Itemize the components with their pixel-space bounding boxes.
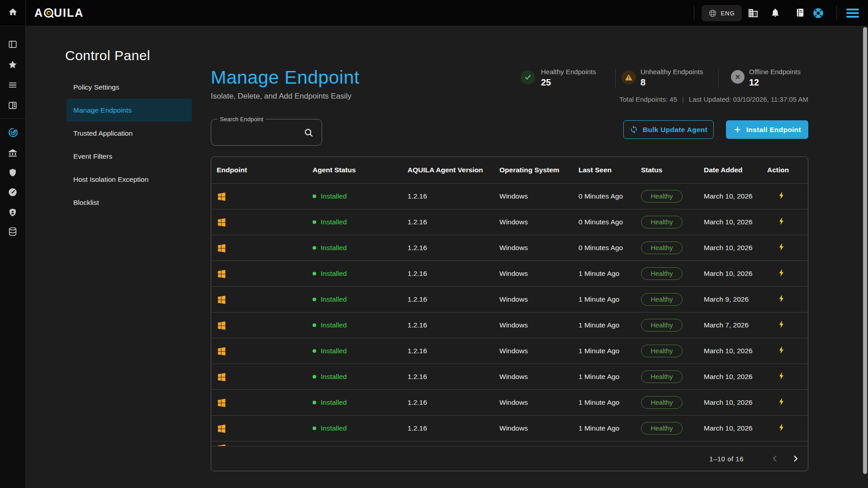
scrollbar-thumb[interactable] xyxy=(863,27,867,474)
brand-q-icon xyxy=(44,8,53,18)
agent-version: 1.2.16 xyxy=(402,183,494,209)
bank-icon[interactable] xyxy=(8,147,18,157)
operating-system: Windows xyxy=(494,235,573,261)
col-action: Action xyxy=(762,157,808,183)
installed-dot-icon xyxy=(313,298,316,301)
operating-system: Windows xyxy=(494,261,573,286)
date-added: March 10, 2026 xyxy=(698,235,762,261)
control-panel-menu-item[interactable]: Blocklist xyxy=(66,191,192,214)
date-added: March 7, 2026 xyxy=(698,312,762,338)
status-badge: Healthy xyxy=(641,370,683,383)
agent-status: Installed xyxy=(321,398,347,406)
endpoints-table: Endpoint Agent Status AQUILA Agent Versi… xyxy=(211,156,808,471)
lightning-action-icon[interactable] xyxy=(777,242,786,253)
last-seen: 1 Minute Ago xyxy=(573,286,636,312)
bell-icon[interactable] xyxy=(770,8,781,19)
lightning-action-icon[interactable] xyxy=(777,371,786,382)
x-circle-icon xyxy=(731,70,745,84)
windows-icon xyxy=(217,423,307,433)
home-button[interactable] xyxy=(0,0,26,26)
windows-icon xyxy=(217,243,307,253)
lightning-action-icon[interactable] xyxy=(777,397,786,408)
lightning-action-icon[interactable] xyxy=(777,217,786,227)
lightning-action-icon[interactable] xyxy=(777,320,786,331)
windows-icon xyxy=(217,398,307,407)
layout-icon[interactable] xyxy=(8,100,18,110)
date-added: March 10, 2026 xyxy=(698,415,762,441)
status-badge: Healthy xyxy=(641,345,683,357)
agent-status: Installed xyxy=(321,424,347,432)
control-panel-menu-item[interactable]: Manage Endpoints xyxy=(66,99,192,122)
control-panel-menu-item[interactable]: Policy Settings xyxy=(66,76,192,99)
language-selector[interactable]: ENG xyxy=(702,5,742,21)
lightning-action-icon[interactable] xyxy=(777,346,786,356)
list-icon[interactable] xyxy=(8,80,18,90)
col-agent-status: Agent Status xyxy=(307,157,402,183)
control-panel-menu-item[interactable]: Event Filters xyxy=(66,145,192,168)
search-icon[interactable] xyxy=(304,128,314,138)
star-icon[interactable] xyxy=(8,60,18,70)
book-icon[interactable] xyxy=(795,8,806,19)
operating-system: Windows xyxy=(494,338,573,364)
previous-page-icon[interactable] xyxy=(769,453,781,464)
brand-logo[interactable]: AUILA xyxy=(34,0,84,26)
bulk-update-agent-button[interactable]: Bulk Update Agent xyxy=(623,120,714,139)
icon-sidebar xyxy=(0,26,26,488)
windows-icon xyxy=(217,294,307,304)
menu-icon[interactable] xyxy=(846,9,859,18)
table-row[interactable]: Installed 1.2.16 Windows 1 Minute Ago He… xyxy=(211,364,808,389)
operating-system: Windows xyxy=(494,389,573,415)
table-row[interactable]: Installed 1.2.16 Windows 0 Minutes Ago H… xyxy=(211,183,808,209)
radar-icon[interactable] xyxy=(8,127,18,137)
table-row[interactable]: Installed 1.2.16 Windows 1 Minute Ago He… xyxy=(211,312,808,338)
col-agent-version: AQUILA Agent Version xyxy=(402,157,494,183)
control-panel-menu-item[interactable]: Host Isolation Exception xyxy=(66,168,192,191)
next-page-icon[interactable] xyxy=(790,453,802,464)
table-row[interactable]: Installed 1.2.16 Windows 0 Minutes Ago H… xyxy=(211,235,808,261)
table-row[interactable]: Installed 1.2.16 Windows 1 Minute Ago He… xyxy=(211,389,808,415)
date-added: March 10, 2026 xyxy=(698,261,762,286)
lightning-action-icon[interactable] xyxy=(777,191,786,202)
lightning-action-icon[interactable] xyxy=(777,294,786,305)
shield-icon[interactable] xyxy=(8,168,18,178)
table-row[interactable]: Installed 1.2.16 Windows 1 Minute Ago He… xyxy=(211,338,808,364)
table-row[interactable]: Installed 1.2.16 Windows 1 Minute Ago He… xyxy=(211,286,808,312)
agent-version: 1.2.16 xyxy=(402,338,494,364)
agent-version: 1.2.16 xyxy=(402,312,494,338)
healthy-endpoints-stat: Healthy Endpoints 25 xyxy=(541,68,596,88)
agent-status: Installed xyxy=(321,244,347,251)
status-badge: Healthy xyxy=(641,242,683,254)
lightning-action-icon[interactable] xyxy=(777,268,786,279)
agent-version: 1.2.16 xyxy=(402,286,494,312)
control-panel-menu: Policy Settings Manage Endpoints Trusted… xyxy=(66,76,192,214)
status-badge: Healthy xyxy=(641,293,683,306)
last-seen: 1 Minute Ago xyxy=(573,389,636,415)
gauge-icon[interactable] xyxy=(8,187,18,197)
endpoints-summary: Total Endpoints: 45|Last Updated: 03/10/… xyxy=(489,95,808,103)
split-panel-icon[interactable] xyxy=(8,39,18,49)
globe-icon xyxy=(708,9,717,18)
install-endpoint-button[interactable]: Install Endpoint xyxy=(726,120,808,139)
col-operating-system: Operating System xyxy=(494,157,573,183)
stat-divider xyxy=(718,69,719,89)
windows-icon xyxy=(217,191,307,201)
installed-dot-icon xyxy=(313,375,316,379)
database-icon[interactable] xyxy=(8,227,18,237)
agent-status: Installed xyxy=(321,347,347,355)
topbar-divider xyxy=(836,6,837,20)
operating-system: Windows xyxy=(494,209,573,235)
lightning-action-icon[interactable] xyxy=(777,423,786,434)
table-row[interactable]: Installed 1.2.16 Windows 0 Minutes Ago H… xyxy=(211,209,808,235)
building-icon[interactable] xyxy=(748,8,759,19)
pagination-range: 1–10 of 16 xyxy=(709,455,744,463)
table-row[interactable]: Installed 1.2.16 Windows 1 Minute Ago He… xyxy=(211,261,808,286)
col-last-seen: Last Seen xyxy=(573,157,636,183)
total-endpoints: Total Endpoints: 45 xyxy=(619,95,677,103)
agent-version: 1.2.16 xyxy=(402,415,494,441)
table-row[interactable]: Installed 1.2.16 Windows 1 Minute Ago He… xyxy=(211,415,808,441)
support-icon[interactable] xyxy=(812,7,823,18)
agent-status: Installed xyxy=(321,295,347,303)
control-panel-menu-item[interactable]: Trusted Application xyxy=(66,122,192,145)
shield-user-icon[interactable] xyxy=(8,208,18,218)
installed-dot-icon xyxy=(313,426,316,430)
